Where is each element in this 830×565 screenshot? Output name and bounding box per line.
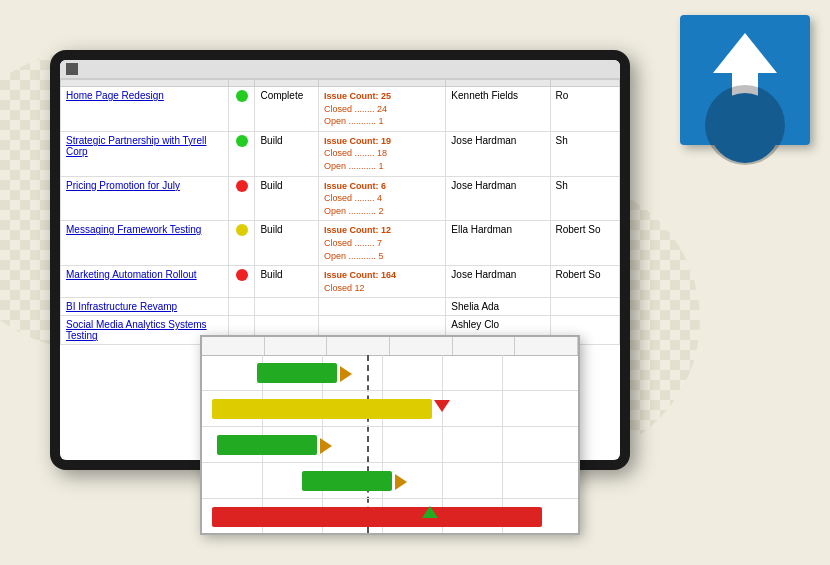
project-link[interactable]: Social Media Analytics Systems Testing [66,319,207,341]
status-dot-red [236,269,248,281]
status-dot-cell [228,131,255,176]
issues-cell: Issue Count: 12Closed ........ 7Open ...… [319,221,446,266]
phase-cell: Complete [255,87,319,132]
owner-cell: Sh [550,176,619,221]
phase-cell: Build [255,221,319,266]
status-dot-green [236,90,248,102]
project-name-cell: Messaging Framework Testing [61,221,229,266]
owner-cell: Robert So [550,266,619,298]
manager-cell: Jose Hardman [446,131,550,176]
gantt-bar-green [302,471,392,491]
project-name-cell: Strategic Partnership with Tyrell Corp [61,131,229,176]
project-link[interactable]: Strategic Partnership with Tyrell Corp [66,135,206,157]
project-name-cell: BI Infrastructure Revamp [61,298,229,316]
gantt-col-4 [390,337,453,355]
project-link[interactable]: Marketing Automation Rollout [66,269,197,280]
owner-cell: Sh [550,131,619,176]
gantt-chart [200,335,580,535]
gantt-arrow-right [340,366,352,382]
gantt-row [202,463,578,499]
status-dot-cell [228,221,255,266]
status-dot-green [236,135,248,147]
manager-cell: Jose Hardman [446,176,550,221]
project-link[interactable]: Home Page Redesign [66,90,164,101]
table-row: Pricing Promotion for JulyBuildIssue Cou… [61,176,620,221]
gantt-col-5 [453,337,516,355]
gantt-arrow-up [422,506,438,518]
project-name-cell: Pricing Promotion for July [61,176,229,221]
manager-cell: Jose Hardman [446,266,550,298]
col-phase [255,80,319,87]
gantt-arrow-right [320,438,332,454]
table-row: Home Page RedesignCompleteIssue Count: 2… [61,87,620,132]
gantt-col-3 [327,337,390,355]
status-dot-cell [228,87,255,132]
col-owner [550,80,619,87]
table-row: BI Infrastructure RevampShelia Ada [61,298,620,316]
phase-cell [255,298,319,316]
status-dot-cell [228,176,255,221]
upload-shadow [705,85,785,165]
gantt-row [202,391,578,427]
gantt-col-1 [202,337,265,355]
project-link[interactable]: Messaging Framework Testing [66,224,201,235]
gantt-bar-green [217,435,317,455]
phase-cell: Build [255,131,319,176]
owner-cell [550,298,619,316]
upload-icon-container [680,15,810,145]
gantt-row [202,499,578,535]
collapse-button[interactable] [66,63,78,75]
gantt-header [202,337,578,356]
gantt-col-2 [265,337,328,355]
issues-cell: Issue Count: 6Closed ........ 4Open ....… [319,176,446,221]
project-name-cell: Marketing Automation Rollout [61,266,229,298]
gantt-col-6 [515,337,578,355]
gantt-grid [202,337,578,533]
table-row: Strategic Partnership with Tyrell CorpBu… [61,131,620,176]
gantt-row [202,355,578,391]
gantt-bar-yellow [212,399,432,419]
gantt-arrow-right [395,474,407,490]
manager-cell: Kenneth Fields [446,87,550,132]
gantt-row [202,427,578,463]
manager-cell: Ella Hardman [446,221,550,266]
project-name-cell: Home Page Redesign [61,87,229,132]
manager-cell: Shelia Ada [446,298,550,316]
issues-cell: Issue Count: 25Closed ........ 24Open ..… [319,87,446,132]
issues-cell [319,298,446,316]
col-status [228,80,255,87]
table-row: Messaging Framework TestingBuildIssue Co… [61,221,620,266]
col-name [61,80,229,87]
phase-cell: Build [255,176,319,221]
issues-cell: Issue Count: 164Closed 12 [319,266,446,298]
owner-cell: Robert So [550,221,619,266]
phase-cell: Build [255,266,319,298]
issues-cell: Issue Count: 19Closed ........ 18Open ..… [319,131,446,176]
status-dot-red [236,180,248,192]
gantt-bar-red [212,507,542,527]
project-link[interactable]: BI Infrastructure Revamp [66,301,177,312]
col-manager [446,80,550,87]
table-row: Marketing Automation RolloutBuildIssue C… [61,266,620,298]
col-issues [319,80,446,87]
gantt-bar-green [257,363,337,383]
status-dot-cell [228,266,255,298]
owner-cell: Ro [550,87,619,132]
upload-arrow-icon [713,33,777,73]
section-header [60,60,620,79]
project-link[interactable]: Pricing Promotion for July [66,180,180,191]
status-dot-cell [228,298,255,316]
status-dot-yellow [236,224,248,236]
project-table: Home Page RedesignCompleteIssue Count: 2… [60,79,620,345]
gantt-arrow-down [434,400,450,412]
